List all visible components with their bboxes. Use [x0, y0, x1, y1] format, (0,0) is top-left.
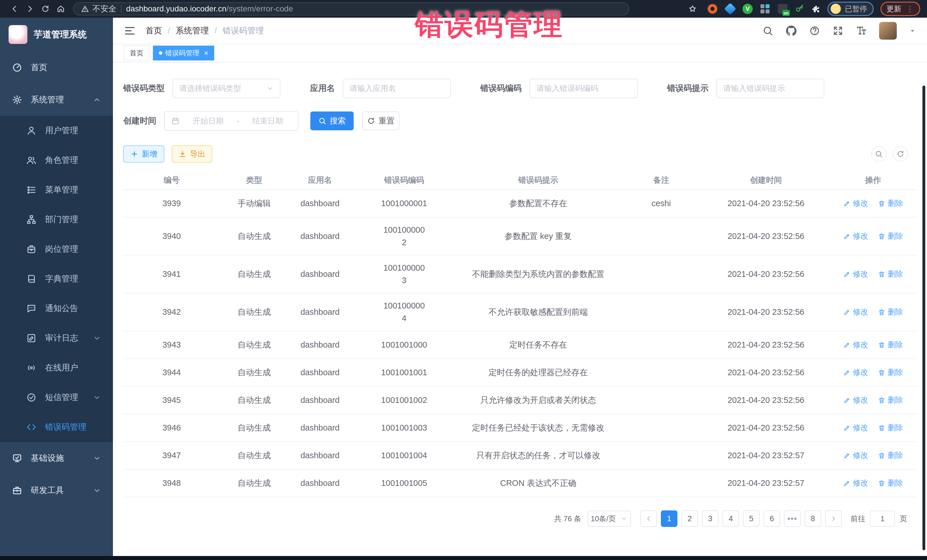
sidebar-item-dept-management[interactable]: 部门管理 [0, 205, 113, 234]
page-button-6[interactable]: 6 [764, 510, 780, 527]
export-button[interactable]: 导出 [172, 146, 212, 162]
sidebar-item-notice-announcement[interactable]: 通知公告 [0, 294, 113, 323]
tag-error-code[interactable]: 错误码管理 × [153, 46, 214, 61]
fullscreen-icon[interactable] [832, 25, 844, 36]
page-scrollbar[interactable] [922, 85, 925, 550]
edit-link[interactable]: 修改 [843, 339, 868, 351]
home-icon[interactable] [53, 1, 68, 17]
forward-icon[interactable] [22, 1, 38, 17]
app-name-input[interactable] [343, 79, 451, 98]
error-code-input[interactable] [530, 79, 637, 98]
more-pages-button[interactable]: ••• [784, 510, 801, 527]
delete-link[interactable]: 删除 [878, 231, 903, 242]
cell-app: dashboard [288, 446, 352, 465]
page-button-4[interactable]: 4 [722, 510, 739, 527]
page-size-select[interactable]: 10条/页 [588, 511, 631, 527]
sidebar-item-label: 通知公告 [45, 303, 78, 314]
delete-link[interactable]: 删除 [878, 477, 903, 489]
browser-menu-icon[interactable]: ⋮ [906, 4, 914, 14]
page-button-3[interactable]: 3 [702, 510, 719, 527]
security-badge[interactable]: 不安全 [81, 3, 116, 14]
hamburger-icon[interactable] [124, 25, 136, 37]
delete-link[interactable]: 删除 [878, 367, 903, 378]
cell-hint: CRON 表达式不正确 [456, 474, 620, 492]
sidebar-item-error-code-management[interactable]: 错误码管理 [0, 412, 113, 442]
delete-link[interactable]: 删除 [878, 197, 903, 209]
github-icon[interactable] [786, 25, 797, 36]
edit-link[interactable]: 修改 [843, 422, 868, 434]
sidebar-item-post-management[interactable]: 岗位管理 [0, 234, 113, 264]
edit-link[interactable]: 修改 [843, 231, 868, 242]
delete-link[interactable]: 删除 [878, 395, 903, 406]
delete-link[interactable]: 删除 [878, 450, 903, 461]
delete-link[interactable]: 删除 [878, 339, 903, 351]
sidebar-item-system-management[interactable]: 系统管理 [0, 83, 113, 116]
breadcrumb-home[interactable]: 首页 [146, 25, 162, 36]
page-button-2[interactable]: 2 [681, 510, 698, 527]
chevron-down-icon[interactable] [909, 27, 916, 35]
date-range-picker[interactable]: 开始日期 - 结束日期 [164, 111, 298, 131]
sidebar-item-online-users[interactable]: 在线用户 [0, 353, 113, 382]
page-button-8[interactable]: 8 [805, 510, 821, 527]
search-button[interactable]: 搜索 [310, 111, 354, 130]
browser-profile-button[interactable]: 已暂停 [827, 2, 874, 16]
cell-hint: 定时任务已经处于该状态，无需修改 [456, 419, 620, 437]
edit-link[interactable]: 修改 [843, 450, 868, 461]
delete-link[interactable]: 删除 [878, 268, 903, 280]
sidebar-item-dev-tools[interactable]: 研发工具 [0, 474, 113, 506]
extension-key-icon[interactable] [795, 4, 805, 14]
extension-tampermonkey-icon[interactable]: on [777, 3, 788, 14]
sidebar-item-infrastructure[interactable]: 基础设施 [0, 442, 113, 474]
cell-hint: 参数配置 key 重复 [456, 227, 620, 246]
warning-icon [81, 5, 89, 13]
table-body: 3939手动编辑dashboard1001000001参数配置不存在ceshi2… [123, 190, 917, 497]
sidebar-item-audit-log[interactable]: 审计日志 [0, 323, 113, 353]
breadcrumb-system[interactable]: 系统管理 [176, 25, 209, 36]
extension-orange-icon[interactable] [707, 3, 718, 14]
reload-icon[interactable] [38, 1, 53, 17]
error-hint-input[interactable] [716, 79, 824, 98]
page-button-1[interactable]: 1 [661, 510, 678, 527]
edit-link[interactable]: 修改 [843, 306, 868, 318]
add-button[interactable]: 新增 [123, 146, 164, 162]
edit-link[interactable]: 修改 [843, 367, 868, 378]
search-icon[interactable] [762, 25, 774, 36]
page-button-5[interactable]: 5 [743, 510, 760, 527]
sidebar-item-user-management[interactable]: 用户管理 [0, 116, 113, 146]
menu-list-icon [26, 185, 36, 195]
sidebar-item-menu-management[interactable]: 菜单管理 [0, 175, 113, 205]
edit-link[interactable]: 修改 [843, 268, 868, 280]
extensions-puzzle-icon[interactable] [812, 4, 821, 14]
close-tag-icon[interactable]: × [204, 49, 208, 57]
bookmark-star-icon[interactable] [685, 1, 700, 17]
table-refresh-button[interactable] [893, 146, 908, 162]
delete-link[interactable]: 删除 [878, 306, 903, 318]
extension-grid-icon[interactable] [760, 3, 770, 14]
delete-link[interactable]: 删除 [878, 422, 903, 434]
goto-page-input[interactable] [870, 511, 895, 527]
extension-vue-icon[interactable]: V [742, 4, 753, 14]
extension-gem-icon[interactable] [725, 3, 736, 14]
edit-link[interactable]: 修改 [843, 197, 868, 209]
error-type-select[interactable]: 请选择错误码类型 [173, 79, 280, 98]
sidebar-item-dict-management[interactable]: 字典管理 [0, 264, 113, 294]
sidebar-item-role-management[interactable]: 角色管理 [0, 146, 113, 175]
app-logo[interactable]: 芋道管理系统 [0, 18, 113, 51]
user-avatar[interactable] [879, 22, 897, 39]
sidebar-item-home[interactable]: 首页 [0, 51, 113, 83]
next-page-button[interactable] [825, 510, 842, 527]
cell-code: 1001000002 [352, 221, 456, 252]
font-size-icon[interactable] [856, 25, 867, 36]
tag-home[interactable]: 首页 [124, 46, 149, 61]
edit-link[interactable]: 修改 [843, 477, 868, 489]
cell-id: 3940 [123, 227, 220, 246]
sidebar-item-sms-management[interactable]: 短信管理 [0, 382, 113, 412]
download-icon [179, 150, 187, 158]
help-icon[interactable] [809, 25, 820, 36]
prev-page-button[interactable] [640, 510, 657, 527]
table-search-button[interactable] [871, 146, 886, 162]
edit-link[interactable]: 修改 [843, 395, 868, 406]
browser-update-button[interactable]: 更新 ⋮ [880, 2, 920, 16]
reset-button[interactable]: 重置 [362, 111, 399, 130]
back-icon[interactable] [7, 1, 22, 17]
